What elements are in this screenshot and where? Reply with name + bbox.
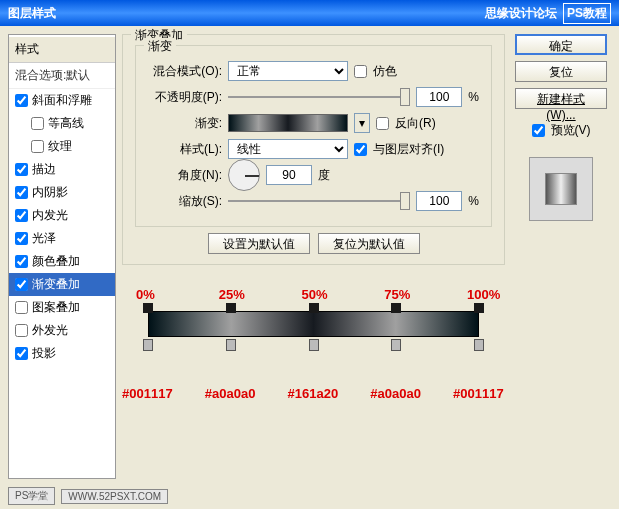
stop-bottom-3[interactable] — [391, 339, 401, 351]
sidebar-label-10: 外发光 — [32, 322, 68, 339]
sidebar-label-1: 等高线 — [48, 115, 84, 132]
preview-label: 预览(V) — [551, 122, 591, 139]
stop-top-1[interactable] — [226, 303, 236, 313]
gradient-inner-group: 渐变 混合模式(O): 正常 仿色 不透明度(P): % 渐变: ▾ — [135, 45, 492, 227]
pct-label-2: % — [468, 194, 479, 208]
sidebar-checkbox-0[interactable] — [15, 94, 28, 107]
gradient-dropdown-icon[interactable]: ▾ — [354, 113, 370, 133]
sidebar-checkbox-6[interactable] — [15, 232, 28, 245]
stop-bottom-1[interactable] — [226, 339, 236, 351]
reset-default-button[interactable]: 复位为默认值 — [318, 233, 420, 254]
style-label: 样式(L): — [148, 141, 222, 158]
stop-hex-4: #001117 — [453, 386, 504, 401]
dialog-body: 样式 混合选项:默认 斜面和浮雕等高线纹理描边内阴影内发光光泽颜色叠加渐变叠加图… — [0, 26, 619, 487]
gradient-bar — [148, 311, 479, 337]
gradient-label: 渐变: — [148, 115, 222, 132]
stop-pct-3: 75% — [384, 287, 410, 302]
sidebar-checkbox-4[interactable] — [15, 186, 28, 199]
new-style-button[interactable]: 新建样式(W)... — [515, 88, 607, 109]
angle-input[interactable] — [266, 165, 312, 185]
styles-sidebar: 样式 混合选项:默认 斜面和浮雕等高线纹理描边内阴影内发光光泽颜色叠加渐变叠加图… — [8, 34, 116, 479]
preview-swatch — [529, 157, 593, 221]
stop-top-3[interactable] — [391, 303, 401, 313]
stop-top-0[interactable] — [143, 303, 153, 313]
sidebar-label-11: 投影 — [32, 345, 56, 362]
sidebar-label-9: 图案叠加 — [32, 299, 80, 316]
titlebar-right: 思缘设计论坛 PS教程 — [485, 3, 611, 24]
sidebar-item-10[interactable]: 外发光 — [9, 319, 115, 342]
sidebar-item-0[interactable]: 斜面和浮雕 — [9, 89, 115, 112]
sidebar-label-8: 渐变叠加 — [32, 276, 80, 293]
stop-pct-2: 50% — [302, 287, 328, 302]
style-select[interactable]: 线性 — [228, 139, 348, 159]
stop-top-4[interactable] — [474, 303, 484, 313]
sidebar-label-3: 描边 — [32, 161, 56, 178]
stop-hex-0: #001117 — [122, 386, 173, 401]
stop-bottom-4[interactable] — [474, 339, 484, 351]
sidebar-item-3[interactable]: 描边 — [9, 158, 115, 181]
gradient-stops-chart: 0%#00111725%#a0a0a050%#161a2075%#a0a0a01… — [128, 281, 499, 401]
right-panel: 确定 复位 新建样式(W)... 预览(V) — [511, 34, 611, 479]
titlebar: 图层样式 思缘设计论坛 PS教程 — [0, 0, 619, 26]
preview-inner — [545, 173, 577, 205]
stop-pct-0: 0% — [136, 287, 155, 302]
inner-group-title: 渐变 — [144, 38, 176, 55]
sidebar-item-6[interactable]: 光泽 — [9, 227, 115, 250]
sidebar-checkbox-10[interactable] — [15, 324, 28, 337]
scale-slider[interactable] — [228, 191, 410, 211]
blend-mode-select[interactable]: 正常 — [228, 61, 348, 81]
sidebar-label-0: 斜面和浮雕 — [32, 92, 92, 109]
stop-hex-1: #a0a0a0 — [205, 386, 256, 401]
sidebar-checkbox-8[interactable] — [15, 278, 28, 291]
sidebar-item-7[interactable]: 颜色叠加 — [9, 250, 115, 273]
sidebar-item-8[interactable]: 渐变叠加 — [9, 273, 115, 296]
footer-url: WWW.52PSXT.COM — [61, 489, 168, 504]
watermark1: 思缘设计论坛 — [485, 5, 557, 22]
sidebar-checkbox-7[interactable] — [15, 255, 28, 268]
deg-label: 度 — [318, 167, 330, 184]
sidebar-item-4[interactable]: 内阴影 — [9, 181, 115, 204]
sidebar-item-9[interactable]: 图案叠加 — [9, 296, 115, 319]
stop-pct-4: 100% — [467, 287, 500, 302]
stop-hex-3: #a0a0a0 — [370, 386, 421, 401]
sidebar-label-5: 内发光 — [32, 207, 68, 224]
sidebar-label-2: 纹理 — [48, 138, 72, 155]
reverse-checkbox[interactable] — [376, 117, 389, 130]
sidebar-label-6: 光泽 — [32, 230, 56, 247]
sidebar-item-11[interactable]: 投影 — [9, 342, 115, 365]
stop-top-2[interactable] — [309, 303, 319, 313]
sidebar-checkbox-3[interactable] — [15, 163, 28, 176]
blending-options[interactable]: 混合选项:默认 — [9, 63, 115, 89]
dither-checkbox[interactable] — [354, 65, 367, 78]
sidebar-header[interactable]: 样式 — [9, 37, 115, 63]
opacity-slider[interactable] — [228, 87, 410, 107]
opacity-input[interactable] — [416, 87, 462, 107]
dither-label: 仿色 — [373, 63, 397, 80]
sidebar-item-2[interactable]: 纹理 — [9, 135, 115, 158]
sidebar-label-4: 内阴影 — [32, 184, 68, 201]
sidebar-item-5[interactable]: 内发光 — [9, 204, 115, 227]
cancel-button[interactable]: 复位 — [515, 61, 607, 82]
angle-dial[interactable] — [228, 159, 260, 191]
stop-bottom-0[interactable] — [143, 339, 153, 351]
sidebar-checkbox-11[interactable] — [15, 347, 28, 360]
reverse-label: 反向(R) — [395, 115, 436, 132]
sidebar-item-1[interactable]: 等高线 — [9, 112, 115, 135]
scale-label: 缩放(S): — [148, 193, 222, 210]
preview-checkbox[interactable] — [532, 124, 545, 137]
ok-button[interactable]: 确定 — [515, 34, 607, 55]
footer: PS学堂 WWW.52PSXT.COM — [8, 487, 168, 505]
sidebar-label-7: 颜色叠加 — [32, 253, 80, 270]
sidebar-checkbox-5[interactable] — [15, 209, 28, 222]
align-checkbox[interactable] — [354, 143, 367, 156]
scale-input[interactable] — [416, 191, 462, 211]
set-default-button[interactable]: 设置为默认值 — [208, 233, 310, 254]
sidebar-checkbox-9[interactable] — [15, 301, 28, 314]
center-panel: 渐变叠加 渐变 混合模式(O): 正常 仿色 不透明度(P): % 渐变: — [122, 34, 505, 479]
sidebar-checkbox-2[interactable] — [31, 140, 44, 153]
gradient-preview[interactable] — [228, 114, 348, 132]
pct-label: % — [468, 90, 479, 104]
stop-bottom-2[interactable] — [309, 339, 319, 351]
sidebar-checkbox-1[interactable] — [31, 117, 44, 130]
footer-brand: PS学堂 — [8, 487, 55, 505]
